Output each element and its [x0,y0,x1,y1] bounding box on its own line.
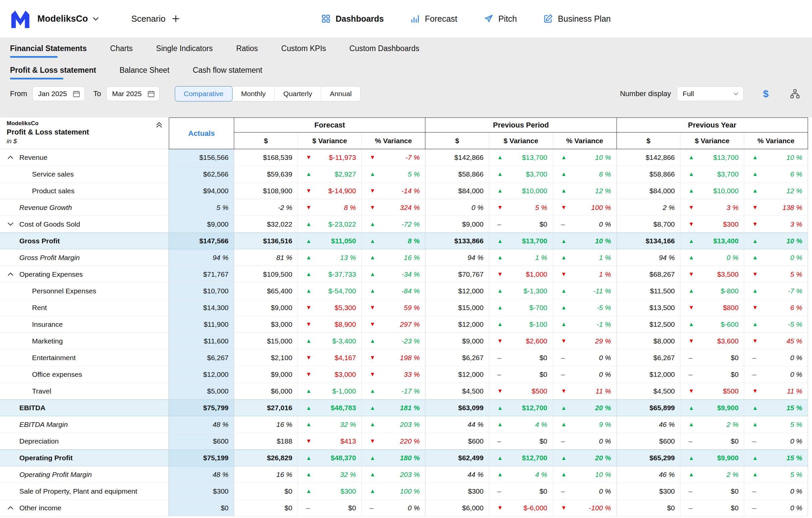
row-label-cell[interactable]: Other income [0,500,169,516]
variance-value: 3 % [727,203,738,212]
company-menu[interactable]: ModeliksCo [37,14,99,24]
row-label: Revenue Growth [19,203,72,212]
row-label-cell[interactable]: Product sales [0,183,169,199]
panel-unit: in $ [7,137,164,145]
variance-flat-icon: – [561,438,565,444]
collapse-row-icon[interactable] [7,155,19,160]
variance-value: -5 % [788,320,802,328]
row-label-cell[interactable]: Operating Expenses [0,266,169,282]
variance-up-icon: ▲ [561,321,567,327]
tab-cash-flow[interactable]: Cash flow statement [193,66,262,79]
add-scenario-icon[interactable] [172,15,180,23]
actuals-column-header[interactable]: Actuals [169,117,234,149]
variance-up-icon: ▲ [752,421,758,427]
view-annual[interactable]: Annual [321,86,360,101]
variance-down-icon: ▼ [497,388,503,394]
tab-custom-kpis[interactable]: Custom KPIs [281,44,326,58]
period-value-cell: $68,267 [617,266,680,282]
row-label-cell[interactable]: EBITDA [0,400,169,416]
row-label-cell[interactable]: Rent [0,299,169,316]
view-quarterly[interactable]: Quarterly [274,86,321,101]
row-label-cell[interactable]: Entertainment [0,350,169,366]
from-date-input[interactable]: Jan 2025 [32,86,84,101]
period-value-cell: $142,866 [425,149,489,166]
variance-value: 8 % [344,203,356,212]
variance-value: 20 % [595,404,611,412]
tab-profit-loss[interactable]: Profit & Loss statement [10,66,96,79]
percent-variance-cell: ▲20 % [553,450,617,466]
tab-custom-dashboards[interactable]: Custom Dashboards [349,44,419,58]
tab-ratios[interactable]: Ratios [236,44,258,58]
row-label-cell[interactable]: Office expenses [0,366,169,382]
row-label-cell[interactable]: Travel [0,383,169,399]
nav-forecast[interactable]: Forecast [410,14,457,24]
actuals-value-cell: $71,767 [169,266,234,282]
percent-variance-cell: ▲5 % [744,466,808,483]
row-label-cell[interactable]: Operating Profit Margin [0,466,169,483]
expand-row-icon[interactable] [7,222,19,226]
dollar-variance-cell: ▼3 % [680,199,744,216]
row-label-cell[interactable]: Service sales [0,166,169,182]
collapse-row-icon[interactable] [7,272,19,276]
variance-up-icon: ▲ [306,221,312,227]
view-comparative[interactable]: Comparative [175,86,233,102]
tab-single-indicators[interactable]: Single Indicators [156,44,213,58]
variance-value: -84 % [401,287,420,295]
row-label-cell[interactable]: Cost of Goods Sold [0,216,169,232]
row-label: Gross Profit Margin [19,254,80,262]
actuals-value-cell: $94,000 [169,183,234,199]
row-label-cell[interactable]: EBITDA Margin [0,416,169,433]
nav-business-plan[interactable]: Business Plan [544,14,610,24]
row-label-cell[interactable]: Insurance [0,316,169,332]
row-label-cell[interactable]: Gross Profit [0,233,169,249]
variance-value: -23 % [401,337,420,345]
variance-down-icon: ▼ [370,305,375,310]
variance-value: 8 % [408,237,420,245]
view-monthly[interactable]: Monthly [233,86,275,101]
actuals-value-cell: $0 [169,500,234,516]
row-label-cell[interactable]: Personnel Expenses [0,283,169,299]
row-label-cell[interactable]: Marketing [0,333,169,349]
row-label-cell[interactable]: Gross Profit Margin [0,249,169,266]
to-date-input[interactable]: Mar 2025 [107,86,160,101]
number-display-select[interactable]: Full [677,86,744,101]
tab-balance-sheet[interactable]: Balance Sheet [119,66,170,79]
row-label-cell[interactable]: Revenue [0,149,169,166]
row-label: Cost of Goods Sold [19,220,80,228]
nav-dashboards[interactable]: Dashboards [321,14,384,24]
dollar-variance-cell: ▲4 % [489,416,553,433]
dollar-variance-cell: ▲$-1,300 [489,283,553,299]
percent-variance-cell: ▲-11 % [553,283,617,299]
collapse-row-icon[interactable] [7,506,19,510]
modeliks-logo[interactable] [10,9,31,28]
currency-toggle-button[interactable]: $ [763,88,768,100]
variance-flat-icon: – [689,354,693,361]
variance-up-icon: ▲ [689,455,694,461]
variance-up-icon: ▲ [497,288,503,294]
row-label: Travel [32,387,51,395]
dollar-variance-cell: ▲$11,050 [298,233,361,249]
variance-up-icon: ▲ [497,171,503,177]
collapse-all-icon[interactable] [155,121,163,130]
variance-up-icon: ▲ [306,255,312,260]
percent-variance-cell: ▼3 % [744,216,808,232]
dashboard-tabs: Financial Statements Charts Single Indic… [0,37,812,58]
hierarchy-icon[interactable] [790,89,800,99]
tab-charts[interactable]: Charts [110,44,133,58]
variance-value: 9 % [599,420,611,429]
nav-pitch[interactable]: Pitch [484,14,517,24]
row-label-cell[interactable]: Depreciation [0,433,169,449]
row-label-cell[interactable]: Sale of Property, Plant and equipment [0,483,169,499]
row-label-cell[interactable]: Operating Profit [0,450,169,466]
variance-down-icon: ▼ [370,355,375,360]
variance-value: $0 [540,487,547,495]
variance-value: $0 [731,354,738,362]
subheader-dollar-variance: $ Variance [680,133,744,149]
variance-up-icon: ▲ [370,288,375,294]
panel-company: ModeliksCo [7,120,164,127]
tab-financial-statements[interactable]: Financial Statements [10,44,87,58]
dollar-variance-cell: –$0 [489,433,553,449]
row-label-cell[interactable]: Revenue Growth [0,199,169,216]
variance-value: 45 % [786,337,802,345]
variance-flat-icon: – [689,371,693,378]
